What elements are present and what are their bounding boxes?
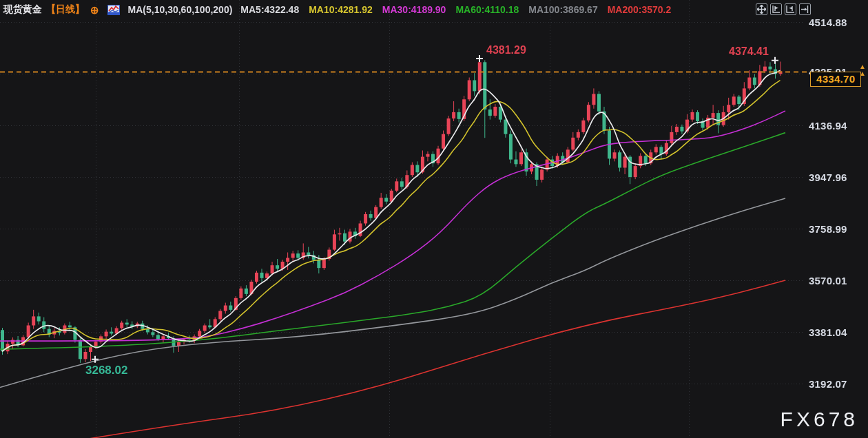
chart-header: 现货黄金 【日线】 ⊕ MA(5,10,30,60,100,200) MA5:4… xyxy=(3,3,671,17)
price-tick-label: 3381.04 xyxy=(809,326,847,338)
chart-window: 现货黄金 【日线】 ⊕ MA(5,10,30,60,100,200) MA5:4… xyxy=(0,0,868,438)
chart-toolbar xyxy=(756,3,811,15)
ma-value-chip: MA5:4322.48 xyxy=(240,4,299,15)
ma-value-chip: MA30:4189.90 xyxy=(382,4,446,15)
ma-value-chip: MA60:4110.18 xyxy=(455,4,519,15)
ma-values: MA5:4322.48MA10:4281.92MA30:4189.90MA60:… xyxy=(240,4,671,15)
mini-chart-icon[interactable] xyxy=(107,5,120,15)
ma-value-chip: MA200:3570.2 xyxy=(608,4,672,15)
price-annotation: 4374.41 xyxy=(729,45,769,58)
price-tick-label: 3947.96 xyxy=(809,171,847,183)
symbol-label: 现货黄金 xyxy=(3,3,42,16)
price-tick-label: 4514.88 xyxy=(809,16,847,28)
scale-right-flag-icon[interactable] xyxy=(785,3,796,15)
price-tick-label: 4136.94 xyxy=(809,119,847,131)
price-annotation: 4381.29 xyxy=(486,44,526,56)
ma-settings-label[interactable]: MA(5,10,30,60,100,200) xyxy=(128,4,233,15)
price-tick-label: 3570.01 xyxy=(809,275,847,286)
watermark-label: FX678 xyxy=(781,408,858,431)
last-price-badge: 4334.70 xyxy=(810,72,861,87)
pan-crosshair-icon[interactable] xyxy=(756,3,767,15)
timeframe-label[interactable]: 【日线】 xyxy=(46,3,85,16)
scroll-to-latest-arrow-icon[interactable]: ▲▲ xyxy=(859,63,866,77)
ma-value-chip: MA100:3869.67 xyxy=(528,4,597,15)
scroll-right-edge-icon[interactable] xyxy=(799,3,811,15)
price-tick-label: 3758.99 xyxy=(809,223,847,235)
price-annotation: 3268.02 xyxy=(85,364,127,377)
scale-left-flag-icon[interactable] xyxy=(770,3,782,15)
circle-plus-icon[interactable]: ⊕ xyxy=(90,5,99,15)
ma-value-chip: MA10:4281.92 xyxy=(309,4,373,15)
candlestick-chart-canvas[interactable] xyxy=(0,0,868,438)
price-tick-label: 3192.07 xyxy=(809,378,847,390)
